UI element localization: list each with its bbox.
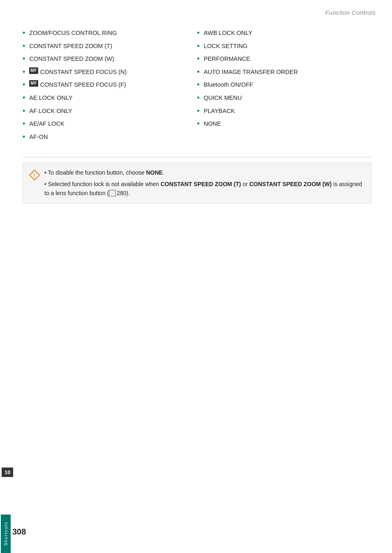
- note-line1: • To disable the function button, choose…: [44, 168, 364, 177]
- list-bullet: •: [23, 42, 25, 51]
- note-bullet2: •: [44, 181, 48, 187]
- list-item-text: ZOOM/FOCUS CONTROL RING: [29, 29, 117, 37]
- note-line1-post: .: [163, 169, 164, 176]
- list-item-text: AF-ON: [29, 133, 48, 141]
- page-number-area: 308: [12, 527, 26, 537]
- page-number: 308: [12, 527, 26, 536]
- list-item: •AUTO IMAGE TRANSFER ORDER: [197, 68, 372, 77]
- note-line2-bold1: CONSTANT SPEED ZOOM (T): [161, 181, 241, 187]
- list-bullet: •: [197, 68, 200, 77]
- note-icon: !: [29, 169, 40, 181]
- list-item-text: PLAYBACK: [204, 107, 235, 115]
- header-title: Function Controls: [325, 9, 376, 16]
- list-item: •QUICK MENU: [197, 94, 372, 103]
- list-item: •CONSTANT SPEED ZOOM (W): [23, 55, 197, 64]
- list-item: •AE LOCK ONLY: [23, 94, 197, 103]
- list-item-text: PERFORMANCE: [204, 55, 250, 63]
- list-bullet: •: [23, 94, 25, 103]
- chapter-number: 10: [5, 469, 10, 475]
- list-bullet: •: [197, 55, 200, 64]
- note-line2-ref: 280: [117, 190, 126, 196]
- note-line1-bold: NONE: [146, 169, 163, 176]
- list-item-text: CONSTANT SPEED FOCUS (N): [40, 68, 127, 76]
- list-bullet: •: [197, 42, 200, 51]
- list-item: •CONSTANT SPEED ZOOM (T): [23, 42, 197, 51]
- list-item: •AF-ON: [23, 133, 197, 142]
- note-line2-pre: Selected function lock is not available …: [48, 181, 161, 187]
- list-item: •AE/AF LOCK: [23, 120, 197, 129]
- list-bullet: •: [23, 120, 25, 129]
- feature-list-col2: •AWB LOCK ONLY•LOCK SETTING•PERFORMANCE•…: [197, 29, 372, 145]
- list-item-text: AE LOCK ONLY: [29, 94, 72, 102]
- list-item-text: AWB LOCK ONLY: [204, 29, 252, 37]
- list-item-text: CONSTANT SPEED ZOOM (W): [29, 55, 114, 63]
- list-item-text: AUTO IMAGE TRANSFER ORDER: [204, 68, 298, 76]
- list-bullet: •: [197, 107, 200, 116]
- list-item-text: CONSTANT SPEED FOCUS (F): [40, 81, 126, 89]
- page-container: Shortcuts Function Controls •ZOOM/FOCUS …: [0, 0, 392, 553]
- list-bullet: •: [23, 133, 25, 142]
- list-bullet: •: [197, 94, 200, 103]
- list-bullet: •: [197, 81, 200, 90]
- note-line1-pre: To disable the function button, choose: [48, 169, 146, 176]
- list-item: •PERFORMANCE: [197, 55, 372, 64]
- list-item-text: CONSTANT SPEED ZOOM (T): [29, 42, 112, 50]
- list-item-text: Bluetooth ON/OFF: [204, 81, 253, 89]
- note-line2-mid: or: [241, 181, 249, 187]
- list-item: •PLAYBACK: [197, 107, 372, 116]
- mf-badge: MF: [29, 67, 38, 74]
- note-content: • To disable the function button, choose…: [44, 168, 364, 198]
- list-bullet: •: [197, 29, 200, 38]
- page-header: Function Controls: [325, 9, 376, 16]
- note-bullet1: •: [44, 169, 48, 176]
- main-content: •ZOOM/FOCUS CONTROL RING•CONSTANT SPEED …: [23, 29, 371, 204]
- list-bullet: •: [23, 68, 25, 77]
- list-item: •LOCK SETTING: [197, 42, 372, 51]
- note-box: ! • To disable the function button, choo…: [23, 162, 371, 204]
- list-item: •AF LOCK ONLY: [23, 107, 197, 116]
- note-line2: • Selected function lock is not availabl…: [44, 180, 364, 198]
- feature-list-section: •ZOOM/FOCUS CONTROL RING•CONSTANT SPEED …: [23, 29, 371, 145]
- list-item: •ZOOM/FOCUS CONTROL RING: [23, 29, 197, 38]
- list-bullet: •: [197, 120, 200, 129]
- note-line2-bold2: CONSTANT SPEED ZOOM (W): [249, 181, 332, 187]
- list-item-text: AE/AF LOCK: [29, 120, 64, 128]
- note-line2-post: ).: [127, 190, 130, 196]
- list-item-text: QUICK MENU: [204, 94, 242, 102]
- ref-icon: 📄: [109, 190, 116, 196]
- svg-text:!: !: [34, 173, 35, 178]
- list-item: •NONE: [197, 120, 372, 129]
- mf-badge: MF: [29, 80, 38, 87]
- list-item-text: AF LOCK ONLY: [29, 107, 72, 115]
- list-item: •Bluetooth ON/OFF: [197, 81, 372, 90]
- list-item-text: NONE: [204, 120, 221, 128]
- chapter-number-box: 10: [2, 468, 13, 477]
- list-bullet: •: [23, 29, 25, 38]
- list-bullet: •: [23, 107, 25, 116]
- list-bullet: •: [23, 81, 25, 90]
- feature-list-col1: •ZOOM/FOCUS CONTROL RING•CONSTANT SPEED …: [23, 29, 197, 145]
- list-item: •MFCONSTANT SPEED FOCUS (F): [23, 81, 197, 90]
- list-bullet: •: [23, 55, 25, 64]
- list-item: •AWB LOCK ONLY: [197, 29, 372, 38]
- list-item: •MFCONSTANT SPEED FOCUS (N): [23, 68, 197, 77]
- section-divider: [23, 157, 371, 157]
- sidebar-tab-label: Shortcuts: [1, 514, 11, 553]
- list-item-text: LOCK SETTING: [204, 42, 247, 50]
